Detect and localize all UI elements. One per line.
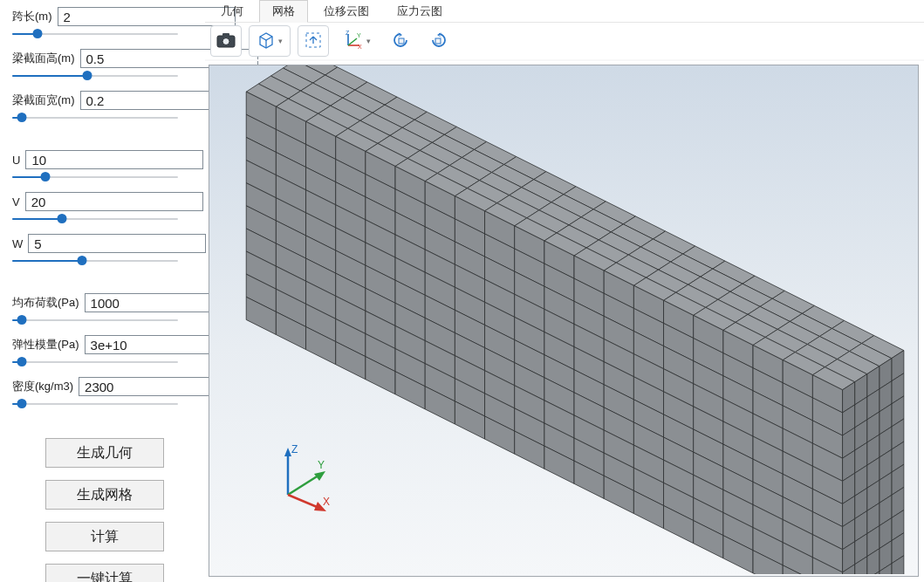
svg-line-368 [288,474,321,495]
svg-marker-367 [284,448,291,456]
param-label-v: V [12,195,20,209]
param-label-modulus: 弹性模量(Pa) [12,337,79,353]
slider-v[interactable] [12,213,178,225]
svg-text:Z: Z [346,30,350,36]
param-label-sec-w: 梁截面宽(m) [12,92,75,108]
axis-triad-dropdown[interactable]: ZYX [336,25,378,57]
param-label-sec-h: 梁截面高(m) [12,51,75,66]
svg-text:Y: Y [318,459,325,471]
viewport-toolbar: ZYX [205,23,924,61]
svg-text:X: X [323,496,330,508]
cube-icon [257,31,275,51]
svg-text:Y: Y [357,32,361,38]
param-label-u: U [12,154,20,167]
tab-mesh[interactable]: 网格 [259,0,308,23]
param-label-span: 跨长(m) [12,9,52,24]
screenshot-button[interactable] [210,25,242,57]
generate-geometry-button[interactable]: 生成几何 [45,438,164,468]
slider-load[interactable] [12,314,178,326]
one-key-solve-button[interactable]: 一键计算 [45,564,164,582]
fit-view-button[interactable] [298,25,329,57]
svg-point-2 [222,38,229,45]
param-label-load: 均布荷载(Pa) [12,295,79,311]
slider-span-length[interactable] [12,28,178,40]
slider-modulus[interactable] [12,356,178,368]
tab-displacement[interactable]: 位移云图 [311,1,381,22]
slider-w[interactable] [12,255,178,267]
svg-text:Z: Z [291,443,298,455]
orientation-triad: Z Y X [270,442,340,515]
param-label-density: 密度(kg/m3) [12,379,73,394]
svg-rect-15 [435,38,441,44]
axis-triad-icon: ZYX [344,31,363,52]
svg-marker-369 [314,471,325,481]
input-u[interactable] [25,150,203,169]
parameters-panel: 跨长(m) 梁截面高(m) 梁截面宽(m) [0,0,205,582]
svg-rect-13 [399,38,404,44]
rotate-cw-icon [428,30,449,53]
viewport-3d[interactable]: Z Y X [209,65,919,577]
param-label-w: W [12,237,23,250]
fit-view-icon [305,31,322,51]
rotate-ccw-button[interactable] [385,25,416,57]
slider-section-height[interactable] [12,70,178,82]
view-cube-dropdown[interactable] [249,25,291,57]
svg-text:X: X [358,44,362,50]
tab-geometry[interactable]: 几何 [209,1,256,22]
svg-rect-1 [222,33,229,37]
solve-button[interactable]: 计算 [45,522,164,551]
view-tabs: 几何 网格 位移云图 应力云图 [205,0,924,23]
camera-icon [216,32,236,51]
input-w[interactable] [28,234,206,253]
generate-mesh-button[interactable]: 生成网格 [45,480,164,510]
rotate-ccw-icon [390,30,411,53]
svg-line-8 [348,38,357,45]
tab-stress[interactable]: 应力云图 [385,1,455,22]
slider-u[interactable] [12,171,178,183]
rotate-cw-button[interactable] [423,25,455,57]
slider-section-width[interactable] [12,112,178,124]
input-v[interactable] [25,192,203,211]
slider-density[interactable] [12,398,178,410]
